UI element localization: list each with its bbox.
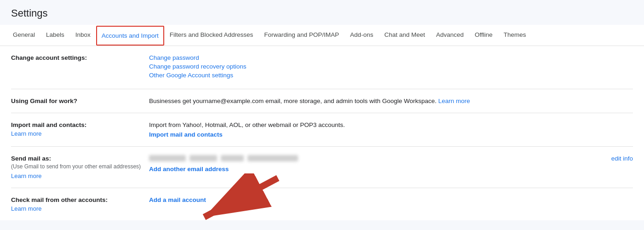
using-gmail-label: Using Gmail for work? (11, 98, 149, 104)
tab-advanced[interactable]: Advanced (431, 25, 469, 46)
tab-inbox[interactable]: Inbox (70, 25, 96, 46)
send-mail-as-sublabel: (Use Gmail to send from your other email… (11, 163, 149, 171)
check-mail-row: Check mail from other accounts: Learn mo… (11, 188, 633, 220)
send-mail-email-row (149, 155, 604, 161)
blurred-email-2 (190, 155, 217, 161)
send-mail-as-label: Send mail as: (Use Gmail to send from yo… (11, 155, 149, 179)
import-mail-description: Import from Yahoo!, Hotmail, AOL, or oth… (149, 121, 633, 128)
send-mail-learn-more-link[interactable]: Learn more (11, 172, 149, 179)
tab-labels[interactable]: Labels (40, 25, 70, 46)
blurred-email-1 (149, 155, 186, 161)
tab-chat-and-meet[interactable]: Chat and Meet (379, 25, 431, 46)
using-gmail-description: Businesses get yourname@example.com emai… (149, 98, 437, 104)
tab-filters-and-blocked[interactable]: Filters and Blocked Addresses (164, 25, 259, 46)
import-mail-label: Import mail and contacts: Learn more (11, 121, 149, 137)
tab-forwarding-and-pop[interactable]: Forwarding and POP/IMAP (259, 25, 345, 46)
change-password-link[interactable]: Change password (149, 54, 633, 61)
import-mail-row: Import mail and contacts: Learn more Imp… (11, 113, 633, 147)
tab-add-ons[interactable]: Add-ons (345, 25, 379, 46)
add-mail-account-link[interactable]: Add a mail account (149, 196, 206, 203)
page-title: Settings (11, 7, 633, 19)
settings-header: Settings (0, 0, 644, 19)
main-content: Change account settings: Change password… (0, 46, 644, 220)
import-mail-content: Import from Yahoo!, Hotmail, AOL, or oth… (149, 121, 633, 138)
tab-general[interactable]: General (7, 25, 40, 46)
edit-info-link[interactable]: edit info (604, 155, 633, 162)
send-mail-as-row: Send mail as: (Use Gmail to send from yo… (11, 147, 633, 188)
send-mail-as-content: Add another email address (149, 155, 604, 172)
using-gmail-learn-more-link[interactable]: Learn more (438, 98, 470, 104)
check-mail-learn-more-link[interactable]: Learn more (11, 205, 149, 212)
import-mail-learn-more-link[interactable]: Learn more (11, 130, 149, 137)
tabs-bar: General Labels Inbox Accounts and Import… (0, 25, 644, 46)
using-gmail-for-work-row: Using Gmail for work? Businesses get you… (11, 89, 633, 113)
tab-accounts-and-import[interactable]: Accounts and Import (96, 26, 164, 46)
import-mail-contacts-link[interactable]: Import mail and contacts (149, 131, 223, 138)
check-mail-label: Check mail from other accounts: Learn mo… (11, 196, 149, 212)
change-account-settings-label: Change account settings: (11, 54, 149, 61)
settings-page: Settings General Labels Inbox Accounts a… (0, 0, 644, 220)
change-password-recovery-link[interactable]: Change password recovery options (149, 63, 633, 70)
using-gmail-content: Businesses get yourname@example.com emai… (149, 98, 633, 104)
blurred-email-4 (247, 155, 298, 161)
change-account-settings-content: Change password Change password recovery… (149, 54, 633, 80)
tab-offline[interactable]: Offline (469, 25, 498, 46)
add-another-email-link[interactable]: Add another email address (149, 166, 229, 172)
tab-themes[interactable]: Themes (498, 25, 532, 46)
change-account-settings-row: Change account settings: Change password… (11, 46, 633, 89)
check-mail-content: Add a mail account (149, 196, 633, 203)
blurred-email-3 (221, 155, 244, 161)
other-google-account-link[interactable]: Other Google Account settings (149, 72, 633, 79)
